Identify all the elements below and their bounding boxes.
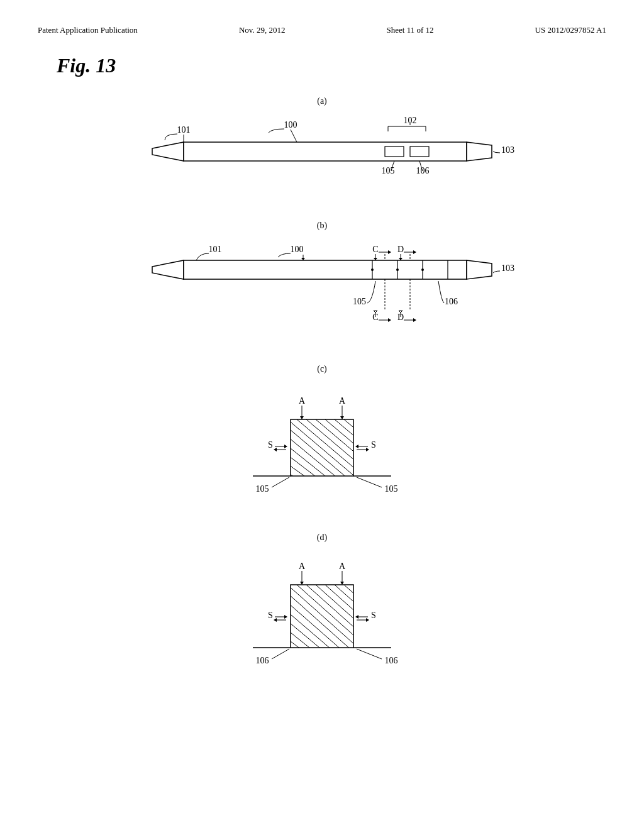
label-106d2: 106: [385, 656, 398, 665]
svg-marker-11: [152, 260, 184, 279]
fig-title: Fig. 13: [57, 54, 606, 77]
svg-point-20: [421, 268, 424, 271]
label-100: 100: [284, 120, 297, 130]
label-106d1: 106: [256, 656, 269, 665]
svg-marker-13: [467, 260, 492, 279]
diagram-a: (a) 101 100 102: [38, 96, 606, 196]
svg-line-72: [272, 477, 289, 487]
svg-line-103: [272, 649, 289, 659]
label-S-d1: S: [268, 611, 273, 620]
label-100b: 100: [291, 245, 304, 254]
label-101: 101: [177, 125, 191, 135]
svg-marker-0: [152, 142, 184, 161]
page: Patent Application Publication Nov. 29, …: [0, 0, 644, 830]
header-sheet: Sheet 11 of 12: [387, 25, 434, 35]
svg-line-73: [357, 477, 382, 487]
label-101b: 101: [209, 245, 222, 254]
svg-point-18: [371, 268, 374, 271]
diagram-b: (b) 101 100: [38, 221, 606, 339]
svg-rect-76: [291, 585, 353, 648]
diagram-b-svg: 101 100 C D: [102, 238, 542, 339]
svg-marker-71: [366, 448, 369, 451]
diagram-c: (c): [38, 364, 606, 507]
svg-marker-26: [388, 250, 391, 254]
diagram-a-svg: 101 100 102 105 106 103: [102, 114, 542, 196]
label-105c2: 105: [385, 484, 398, 494]
svg-marker-69: [355, 445, 358, 448]
label-S-c2: S: [371, 440, 376, 450]
label-d-upper: D: [397, 245, 404, 254]
svg-marker-98: [274, 618, 277, 622]
svg-marker-96: [284, 615, 287, 619]
diagram-b-label: (b): [317, 221, 327, 231]
svg-marker-67: [274, 448, 277, 451]
label-S-d2: S: [371, 611, 376, 620]
svg-marker-36: [388, 318, 391, 322]
label-103a: 103: [501, 145, 514, 155]
svg-rect-4: [410, 147, 429, 157]
label-A-c2: A: [339, 396, 346, 406]
svg-rect-3: [385, 147, 404, 157]
diagram-a-label: (a): [317, 96, 327, 106]
header-center-date: Nov. 29, 2012: [239, 25, 286, 35]
label-c-upper: C: [372, 245, 378, 254]
label-105b: 105: [353, 297, 366, 306]
svg-rect-12: [184, 260, 467, 279]
label-A-d2: A: [339, 562, 346, 571]
svg-line-59: [344, 419, 426, 489]
label-106b: 106: [445, 297, 458, 306]
svg-marker-100: [355, 615, 358, 619]
diagram-d-label: (d): [317, 533, 327, 543]
svg-marker-41: [413, 318, 416, 322]
diagram-c-svg: A A S S 105 105: [196, 382, 448, 507]
svg-point-19: [396, 268, 399, 271]
diagram-d-svg: A A S S 106 106: [196, 550, 448, 682]
label-A-c1: A: [299, 396, 306, 406]
diagram-d: (d): [38, 533, 606, 682]
label-105a: 105: [382, 166, 395, 175]
svg-marker-102: [366, 618, 369, 622]
label-103b: 103: [501, 263, 514, 273]
svg-line-104: [357, 649, 382, 659]
label-S-c1: S: [268, 440, 273, 450]
header: Patent Application Publication Nov. 29, …: [38, 25, 606, 35]
label-105c1: 105: [256, 484, 269, 494]
header-right: US 2012/0297852 A1: [535, 25, 606, 35]
diagram-c-label: (c): [317, 364, 327, 374]
svg-marker-65: [284, 445, 287, 448]
svg-marker-2: [467, 142, 492, 161]
svg-line-6: [291, 130, 297, 142]
svg-marker-30: [413, 250, 416, 254]
label-A-d1: A: [299, 562, 306, 571]
header-left: Patent Application Publication: [38, 25, 138, 35]
